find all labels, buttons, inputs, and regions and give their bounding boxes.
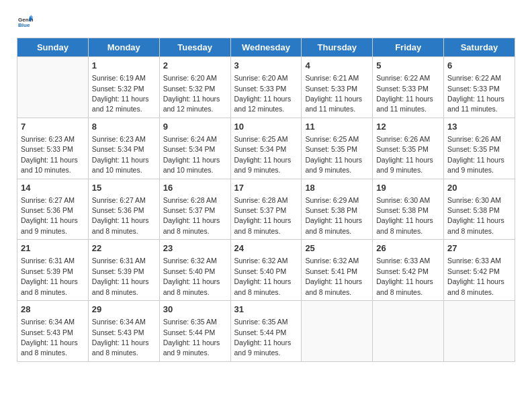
- calendar-week-row: 1 Sunrise: 6:19 AM Sunset: 5:32 PM Dayli…: [17, 57, 515, 118]
- day-number: 13: [447, 121, 511, 133]
- day-number: 7: [21, 121, 85, 133]
- day-number: 17: [234, 182, 298, 194]
- day-info: Sunrise: 6:22 AM Sunset: 5:33 PM Dayligh…: [447, 74, 504, 113]
- day-number: 12: [376, 121, 440, 133]
- calendar-cell: 25 Sunrise: 6:32 AM Sunset: 5:41 PM Dayl…: [302, 240, 373, 301]
- calendar-cell: 18 Sunrise: 6:29 AM Sunset: 5:38 PM Dayl…: [302, 179, 373, 240]
- calendar-cell: 13 Sunrise: 6:26 AM Sunset: 5:35 PM Dayl…: [444, 118, 515, 179]
- calendar-cell: 7 Sunrise: 6:23 AM Sunset: 5:33 PM Dayli…: [17, 118, 89, 179]
- calendar-cell: 6 Sunrise: 6:22 AM Sunset: 5:33 PM Dayli…: [444, 57, 515, 118]
- calendar-cell: 12 Sunrise: 6:26 AM Sunset: 5:35 PM Dayl…: [373, 118, 444, 179]
- day-info: Sunrise: 6:35 AM Sunset: 5:44 PM Dayligh…: [163, 318, 220, 357]
- day-header-thursday: Thursday: [302, 38, 373, 57]
- day-info: Sunrise: 6:28 AM Sunset: 5:37 PM Dayligh…: [234, 196, 292, 235]
- day-number: 25: [305, 242, 369, 255]
- day-info: Sunrise: 6:21 AM Sunset: 5:33 PM Dayligh…: [305, 74, 362, 113]
- calendar-cell: 19 Sunrise: 6:30 AM Sunset: 5:38 PM Dayl…: [373, 179, 444, 240]
- day-number: 11: [305, 121, 369, 133]
- day-number: 19: [376, 182, 440, 194]
- page-header: General Blue: [17, 13, 515, 31]
- day-number: 2: [163, 60, 227, 72]
- day-number: 3: [234, 60, 298, 72]
- day-number: 6: [447, 60, 511, 72]
- day-number: 20: [447, 182, 511, 194]
- calendar-cell: 26 Sunrise: 6:33 AM Sunset: 5:42 PM Dayl…: [373, 240, 444, 301]
- logo-icon: General Blue: [18, 13, 33, 28]
- day-header-tuesday: Tuesday: [159, 38, 230, 57]
- day-info: Sunrise: 6:35 AM Sunset: 5:44 PM Dayligh…: [234, 318, 292, 357]
- day-number: 24: [234, 242, 298, 255]
- calendar-week-row: 7 Sunrise: 6:23 AM Sunset: 5:33 PM Dayli…: [17, 118, 515, 179]
- day-number: 10: [234, 121, 298, 133]
- day-number: 28: [21, 304, 85, 316]
- day-info: Sunrise: 6:25 AM Sunset: 5:35 PM Dayligh…: [305, 135, 362, 174]
- calendar-cell: 21 Sunrise: 6:31 AM Sunset: 5:39 PM Dayl…: [17, 240, 89, 301]
- day-info: Sunrise: 6:25 AM Sunset: 5:34 PM Dayligh…: [234, 135, 292, 174]
- day-info: Sunrise: 6:30 AM Sunset: 5:38 PM Dayligh…: [376, 196, 433, 235]
- calendar-cell: [444, 301, 515, 362]
- day-info: Sunrise: 6:32 AM Sunset: 5:40 PM Dayligh…: [163, 257, 220, 295]
- calendar-cell: 15 Sunrise: 6:27 AM Sunset: 5:36 PM Dayl…: [88, 179, 159, 240]
- day-header-sunday: Sunday: [17, 38, 89, 57]
- day-number: 4: [305, 60, 369, 72]
- calendar-cell: 17 Sunrise: 6:28 AM Sunset: 5:37 PM Dayl…: [230, 179, 302, 240]
- day-number: 15: [92, 182, 156, 194]
- day-info: Sunrise: 6:22 AM Sunset: 5:33 PM Dayligh…: [376, 74, 433, 113]
- calendar-cell: 3 Sunrise: 6:20 AM Sunset: 5:33 PM Dayli…: [230, 57, 302, 118]
- day-info: Sunrise: 6:30 AM Sunset: 5:38 PM Dayligh…: [447, 196, 504, 235]
- day-info: Sunrise: 6:33 AM Sunset: 5:42 PM Dayligh…: [376, 257, 433, 295]
- day-number: 26: [376, 242, 440, 255]
- calendar-week-row: 21 Sunrise: 6:31 AM Sunset: 5:39 PM Dayl…: [17, 240, 515, 301]
- day-number: 31: [234, 304, 298, 316]
- calendar-cell: 30 Sunrise: 6:35 AM Sunset: 5:44 PM Dayl…: [159, 301, 230, 362]
- calendar-cell: 14 Sunrise: 6:27 AM Sunset: 5:36 PM Dayl…: [17, 179, 89, 240]
- day-info: Sunrise: 6:20 AM Sunset: 5:32 PM Dayligh…: [163, 74, 220, 113]
- calendar-cell: 11 Sunrise: 6:25 AM Sunset: 5:35 PM Dayl…: [302, 118, 373, 179]
- calendar-week-row: 14 Sunrise: 6:27 AM Sunset: 5:36 PM Dayl…: [17, 179, 515, 240]
- calendar-cell: 10 Sunrise: 6:25 AM Sunset: 5:34 PM Dayl…: [230, 118, 302, 179]
- calendar-header-row: SundayMondayTuesdayWednesdayThursdayFrid…: [17, 38, 515, 57]
- calendar-cell: 20 Sunrise: 6:30 AM Sunset: 5:38 PM Dayl…: [444, 179, 515, 240]
- day-info: Sunrise: 6:33 AM Sunset: 5:42 PM Dayligh…: [447, 257, 504, 295]
- calendar-table: SundayMondayTuesdayWednesdayThursdayFrid…: [17, 38, 515, 362]
- calendar-cell: 4 Sunrise: 6:21 AM Sunset: 5:33 PM Dayli…: [302, 57, 373, 118]
- calendar-cell: 28 Sunrise: 6:34 AM Sunset: 5:43 PM Dayl…: [17, 301, 89, 362]
- day-info: Sunrise: 6:31 AM Sunset: 5:39 PM Dayligh…: [21, 257, 78, 295]
- day-info: Sunrise: 6:26 AM Sunset: 5:35 PM Dayligh…: [447, 135, 504, 174]
- calendar-cell: 29 Sunrise: 6:34 AM Sunset: 5:43 PM Dayl…: [88, 301, 159, 362]
- calendar-cell: 31 Sunrise: 6:35 AM Sunset: 5:44 PM Dayl…: [230, 301, 302, 362]
- day-info: Sunrise: 6:24 AM Sunset: 5:34 PM Dayligh…: [163, 135, 220, 174]
- calendar-cell: 5 Sunrise: 6:22 AM Sunset: 5:33 PM Dayli…: [373, 57, 444, 118]
- calendar-week-row: 28 Sunrise: 6:34 AM Sunset: 5:43 PM Dayl…: [17, 301, 515, 362]
- logo: General Blue: [17, 13, 34, 31]
- svg-text:Blue: Blue: [18, 22, 30, 28]
- day-number: 22: [92, 242, 156, 255]
- calendar-cell: 16 Sunrise: 6:28 AM Sunset: 5:37 PM Dayl…: [159, 179, 230, 240]
- day-header-friday: Friday: [373, 38, 444, 57]
- day-number: 9: [163, 121, 227, 133]
- calendar-cell: 8 Sunrise: 6:23 AM Sunset: 5:34 PM Dayli…: [88, 118, 159, 179]
- calendar-cell: 1 Sunrise: 6:19 AM Sunset: 5:32 PM Dayli…: [88, 57, 159, 118]
- calendar-cell: [373, 301, 444, 362]
- calendar-cell: 27 Sunrise: 6:33 AM Sunset: 5:42 PM Dayl…: [444, 240, 515, 301]
- day-info: Sunrise: 6:32 AM Sunset: 5:41 PM Dayligh…: [305, 257, 362, 295]
- day-info: Sunrise: 6:27 AM Sunset: 5:36 PM Dayligh…: [92, 196, 149, 235]
- day-info: Sunrise: 6:20 AM Sunset: 5:33 PM Dayligh…: [234, 74, 292, 113]
- day-number: 18: [305, 182, 369, 194]
- calendar-cell: [17, 57, 89, 118]
- day-number: 14: [21, 182, 85, 194]
- day-number: 8: [92, 121, 156, 133]
- day-number: 30: [163, 304, 227, 316]
- day-info: Sunrise: 6:32 AM Sunset: 5:40 PM Dayligh…: [234, 257, 292, 295]
- day-number: 1: [92, 60, 156, 72]
- day-number: 16: [163, 182, 227, 194]
- day-info: Sunrise: 6:23 AM Sunset: 5:33 PM Dayligh…: [21, 135, 78, 174]
- day-header-saturday: Saturday: [444, 38, 515, 57]
- day-info: Sunrise: 6:23 AM Sunset: 5:34 PM Dayligh…: [92, 135, 149, 174]
- day-header-monday: Monday: [88, 38, 159, 57]
- calendar-cell: 22 Sunrise: 6:31 AM Sunset: 5:39 PM Dayl…: [88, 240, 159, 301]
- calendar-cell: 2 Sunrise: 6:20 AM Sunset: 5:32 PM Dayli…: [159, 57, 230, 118]
- day-info: Sunrise: 6:31 AM Sunset: 5:39 PM Dayligh…: [92, 257, 149, 295]
- calendar-cell: 24 Sunrise: 6:32 AM Sunset: 5:40 PM Dayl…: [230, 240, 302, 301]
- day-number: 29: [92, 304, 156, 316]
